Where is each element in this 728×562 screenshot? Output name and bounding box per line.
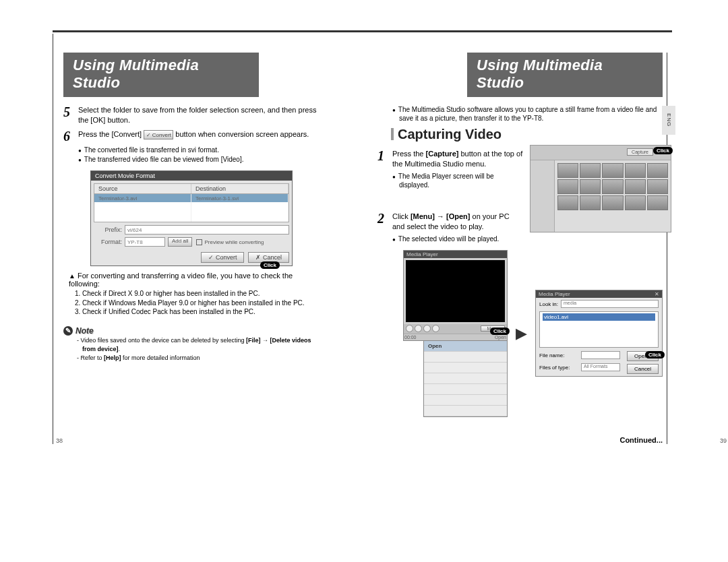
stop-icon[interactable] [415,325,422,332]
col-source: Source [94,184,191,193]
cancel-button[interactable]: Cancel [627,364,659,374]
convert-button[interactable]: ✓ Convert [201,252,244,263]
prev-icon[interactable] [423,325,431,332]
step6-text-b: button when conversion screen appears. [175,130,309,138]
convert-dialog-screenshot: Convert Movie Format Source Destination … [90,170,293,266]
file-list[interactable]: video1.avi [539,311,659,348]
close-icon[interactable]: ✕ [655,291,659,297]
step-5: 5 Select the folder to save from the fol… [63,105,317,125]
rstep2-bullet: The selected video will be played. [377,235,523,243]
continued-label: Continued... [377,436,663,444]
page-title-left: Using Multimedia Studio [63,53,259,97]
media-player-screenshot: Media Player Menu 00:00Open Click [403,250,508,341]
note-heading: ✎ Note [63,326,317,336]
step6-bullet: The converted file is transferred in svi… [63,146,317,154]
step-number: 5 [63,105,78,119]
add-all-button[interactable]: Add all [168,237,192,247]
step6-text-a: Press the [Convert] [78,130,142,138]
format-field[interactable]: YP-T8 [125,237,165,247]
section-heading: Capturing Video [391,127,663,142]
col-dest: Destination [191,184,289,193]
format-label: Format: [94,239,125,245]
capture-button[interactable]: Capture [627,148,653,156]
step-number: 1 [377,149,392,162]
check-list: Check if Direct X 9.0 or higher has been… [63,289,317,317]
dialog-title: Convert Movie Format [91,171,292,181]
arrow-icon: ▶ [516,325,527,342]
row-dest: Terminator-3-1.svi [191,194,289,222]
step-number: 2 [377,212,392,225]
dd-open[interactable]: Open [424,341,507,352]
menu-dropdown: Open [423,340,508,417]
dd-item[interactable] [424,373,507,384]
play-icon[interactable] [406,325,413,332]
page-number-right: 39 [720,437,727,444]
rstep1-bullet: The Media Player screen will be displaye… [377,172,523,189]
file-item[interactable]: video1.avi [543,313,655,321]
check-intro: ▲ For converting and transferring a vide… [63,272,317,288]
step-text: Press the [Convert] ✓ Convert button whe… [78,129,309,139]
filetype-field[interactable]: All Formats [581,363,620,371]
click-indicator: Click [653,147,673,154]
open-title: Media Player [539,291,570,297]
step-6: 6 Press the [Convert] ✓ Convert button w… [63,129,317,143]
check-item: Check if Direct X 9.0 or higher has been… [82,289,317,299]
dd-item[interactable] [424,395,507,406]
step6-bullet: The transferred video file can be viewed… [63,155,317,164]
prefix-label: Prefix: [94,226,125,233]
convert-button-icon: ✓ Convert [144,130,173,139]
filename-field[interactable] [581,351,620,359]
row-source: Terminator-3.avi [94,194,191,222]
right-intro: The Multimedia Studio software allows yo… [377,105,663,123]
step-number: 6 [63,129,78,143]
filetype-label: Files of type: [539,365,578,371]
note-icon: ✎ [63,326,73,336]
open-menu-item[interactable]: Open [495,335,506,340]
page-number-left: 38 [56,437,63,444]
note-title: Note [75,326,94,336]
check-item: Check if Windows Media Player 9.0 or hig… [82,299,317,308]
click-indicator: Click [645,351,665,358]
next-icon[interactable] [432,325,439,332]
step-text: Press the [Capture] button at the top of… [392,149,523,169]
dd-item[interactable] [424,384,507,395]
filename-label: File name: [539,352,578,358]
player-title: Media Player [404,251,507,258]
lookin-label: Look in: [539,301,558,307]
player-screen [406,260,505,322]
dd-item[interactable] [424,363,507,373]
page-title-right: Using Multimedia Studio [467,53,663,97]
note-line: Video files saved onto the device can be… [63,336,317,353]
dd-item[interactable] [424,406,507,416]
rstep-2: 2 Click [Menu] → [Open] on your PC and s… [377,212,523,232]
open-dialog-screenshot: Media Player✕ Look in: media video1.avi … [535,290,663,377]
dd-item[interactable] [424,352,507,363]
language-tab: ENG [662,106,675,135]
note-line: Refer to [Help] for more detailed inform… [63,354,317,363]
studio-browser-screenshot: Capture Click [530,145,671,232]
prefix-field[interactable]: vi/624 [125,225,289,235]
click-indicator: Click [260,261,280,269]
rstep-1: 1 Press the [Capture] button at the top … [377,149,523,169]
step-text: Select the folder to save from the folde… [78,105,317,125]
click-indicator: Click [490,327,510,335]
preview-checkbox[interactable]: Preview while converting [196,239,264,245]
check-item: Check if Unified Codec Pack has been ins… [82,307,317,317]
step-text: Click [Menu] → [Open] on your PC and sel… [392,212,523,232]
lookin-field[interactable]: media [561,300,659,308]
